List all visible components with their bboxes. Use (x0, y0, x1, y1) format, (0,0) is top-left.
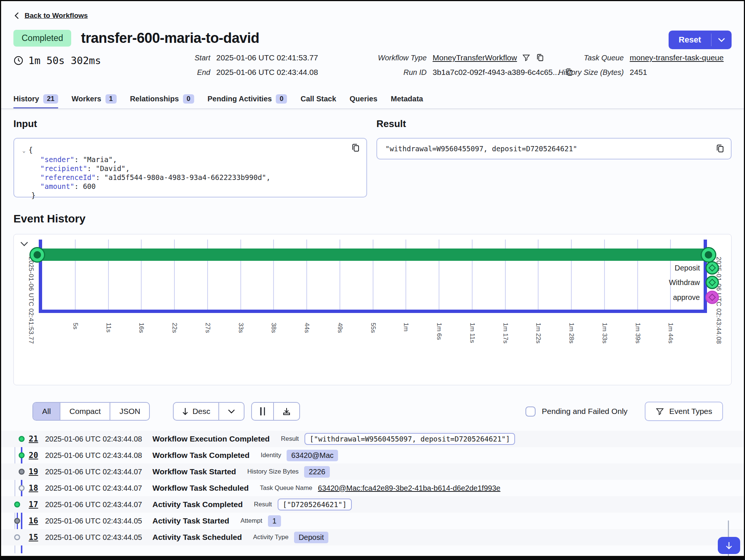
signal-marker-approve[interactable] (705, 291, 719, 304)
sort-desc-button[interactable]: Desc (174, 403, 218, 420)
tick-label: 1m 6s (435, 323, 443, 340)
event-row[interactable]: 20 2025-01-06 UTC 02:43:44.08 Workflow T… (1, 447, 744, 463)
event-id-link[interactable]: 21 (29, 434, 45, 443)
tab-history[interactable]: History 21 (13, 94, 58, 108)
pending-failed-checkbox[interactable] (525, 406, 536, 417)
view-mode-group: All Compact JSON (32, 402, 150, 421)
tab-call-stack[interactable]: Call Stack (300, 95, 336, 108)
tab-queries[interactable]: Queries (350, 95, 377, 108)
tab-count-badge: 0 (183, 94, 194, 104)
event-time: 2025-01-06 UTC 02:43:44.07 (45, 468, 152, 476)
arrow-down-icon (182, 407, 189, 415)
input-result-section: Input ⌄{ "sender": "Maria", "recipient":… (13, 118, 732, 197)
event-row[interactable]: 18 2025-01-06 UTC 02:43:44.07 Workflow T… (1, 480, 744, 496)
reset-button[interactable]: Reset (669, 31, 711, 49)
workflow-type-copy-button[interactable] (536, 53, 544, 62)
event-id-link[interactable]: 15 (29, 533, 45, 542)
event-time: 2025-01-06 UTC 02:43:44.07 (45, 500, 152, 509)
tick-label: 1m 39s (634, 323, 641, 344)
event-types-button[interactable]: Event Types (645, 402, 723, 421)
meta-queue-history: Task Queue money-transfer-task-queue His… (558, 53, 724, 77)
event-row[interactable]: 21 2025-01-06 UTC 02:43:44.08 Workflow E… (1, 431, 744, 447)
event-types-label: Event Types (669, 407, 712, 416)
event-row[interactable]: 17 2025-01-06 UTC 02:43:44.07 Activity T… (1, 496, 744, 513)
end-label: End (195, 68, 210, 77)
sort-label: Desc (192, 407, 210, 416)
tab-label: History (13, 95, 39, 103)
tab-pending-activities[interactable]: Pending Activities 0 (208, 94, 287, 108)
event-history-title: Event History (13, 212, 732, 225)
input-copy-button[interactable] (351, 143, 360, 153)
event-id-link[interactable]: 19 (29, 467, 45, 476)
clock-icon (13, 56, 23, 66)
breadcrumb: Back to Workflows (13, 11, 732, 20)
copy-icon (715, 144, 725, 154)
scroll-to-bottom-button[interactable] (718, 537, 740, 554)
download-icon (282, 407, 291, 416)
event-status-dot (19, 452, 25, 458)
tick-label: 1m 28s (568, 323, 575, 344)
tick-label: 16s (138, 323, 145, 333)
event-row[interactable]: 19 2025-01-06 UTC 02:43:44.07 Workflow T… (1, 463, 744, 480)
json-value: : "David", (87, 164, 130, 173)
pending-failed-filter[interactable]: Pending and Failed Only (525, 406, 628, 417)
event-id-link[interactable]: 16 (29, 516, 45, 525)
json-key: "referenceId" (40, 173, 96, 181)
workflow-execution-bar[interactable] (39, 249, 707, 261)
sort-group: Desc (173, 402, 244, 421)
sort-menu-button[interactable] (218, 403, 244, 420)
tick-label: 22s (171, 323, 178, 333)
funnel-icon (656, 407, 664, 416)
tick-label: 1m 17s (502, 323, 509, 344)
json-collapse-icon[interactable]: ⌄ (22, 148, 25, 154)
event-status-dot (14, 534, 20, 540)
workflow-start-marker[interactable] (29, 247, 45, 263)
pause-button[interactable] (252, 403, 273, 420)
view-mode-compact[interactable]: Compact (60, 403, 110, 420)
meta-type-runid: Workflow Type MoneyTransferWorkflow Run … (378, 53, 574, 77)
reset-menu-button[interactable] (711, 31, 732, 49)
task-queue-link[interactable]: money-transfer-task-queue (630, 53, 724, 62)
event-id-link[interactable]: 20 (29, 451, 45, 460)
arrow-down-icon (725, 541, 733, 550)
event-name: Activity Task Completed (152, 500, 243, 509)
view-mode-all[interactable]: All (33, 403, 60, 420)
event-detail-label: Attempt (240, 517, 262, 525)
pending-failed-label: Pending and Failed Only (542, 407, 628, 416)
tab-workers[interactable]: Workers 1 (72, 94, 117, 108)
event-detail-link[interactable]: 63420@Mac:fca42e89-3be2-41ba-b614-d6e2de… (318, 484, 501, 493)
view-mode-json[interactable]: JSON (110, 403, 149, 420)
download-button[interactable] (273, 403, 299, 420)
timeline-collapse-icon[interactable] (20, 241, 29, 249)
event-row[interactable]: 16 2025-01-06 UTC 02:43:44.05 Activity T… (1, 513, 744, 529)
event-id-link[interactable]: 17 (29, 500, 45, 509)
tab-label: Pending Activities (208, 95, 272, 103)
tick-label: 1m 44s (667, 323, 674, 344)
workflow-type-filter-button[interactable] (522, 54, 530, 62)
tab-metadata[interactable]: Metadata (391, 95, 423, 108)
page-title: transfer-600-maria-to-david (81, 30, 259, 46)
event-row[interactable]: 15 2025-01-06 UTC 02:43:44.05 Activity T… (1, 529, 744, 545)
workflow-type-link[interactable]: MoneyTransferWorkflow (433, 53, 517, 62)
result-copy-button[interactable] (715, 144, 725, 154)
activity-marker-deposit[interactable] (705, 261, 719, 275)
workflow-end-marker[interactable] (701, 247, 716, 263)
tab-label: Queries (350, 95, 377, 103)
copy-icon (536, 53, 544, 62)
status-badge: Completed (13, 30, 71, 47)
event-id-link[interactable]: 18 (29, 484, 45, 493)
json-value: : "Maria", (75, 155, 117, 164)
tick-label: 38s (270, 323, 277, 333)
tick-label: 1m (402, 323, 410, 332)
activity-marker-withdraw[interactable] (705, 276, 719, 289)
event-detail-label: Result (281, 435, 299, 443)
pause-icon (260, 407, 265, 415)
tick-label: 27s (204, 323, 211, 333)
tab-relationships[interactable]: Relationships 0 (130, 94, 194, 108)
run-id-value: 3b1a7c02-092f-4943-a389-6c4c65... (433, 68, 559, 77)
workflow-detail-page: Back to Workflows Completed transfer-600… (0, 0, 745, 560)
tab-label: Metadata (391, 95, 423, 103)
lane-deposit: Deposit (675, 261, 719, 275)
lane-label: approve (673, 293, 700, 302)
back-to-workflows-link[interactable]: Back to Workflows (25, 12, 88, 20)
